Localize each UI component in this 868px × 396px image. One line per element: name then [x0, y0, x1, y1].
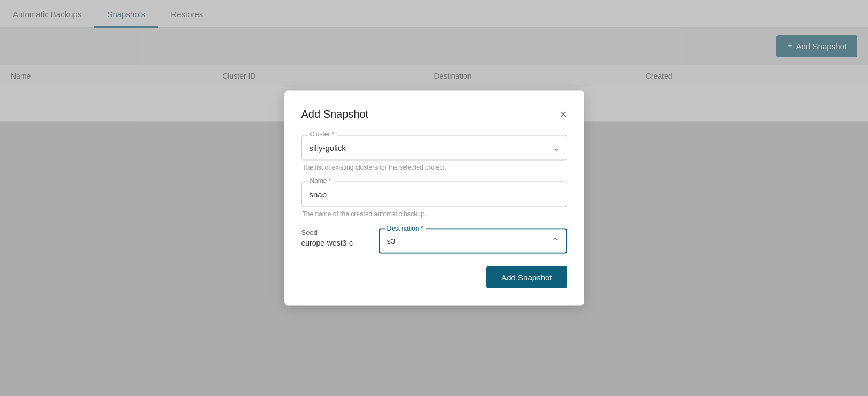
destination-select[interactable]: s3 [380, 230, 566, 253]
name-input[interactable] [301, 182, 567, 207]
submit-add-snapshot-button[interactable]: Add Snapshot [486, 266, 567, 288]
modal-close-button[interactable]: × [560, 108, 567, 120]
seed-label: Seed [301, 229, 366, 237]
cluster-label: Cluster * [308, 131, 337, 138]
cluster-field-group: Cluster * silly-golick ⌄ The list of exi… [301, 135, 567, 171]
cluster-select-wrapper: silly-golick ⌄ [301, 135, 567, 161]
cluster-hint: The list of existing clusters for the se… [301, 164, 567, 171]
modal-title: Add Snapshot [301, 108, 369, 120]
destination-select-wrapper: Destination * s3 ⌃ [379, 229, 567, 254]
seed-value: europe-west3-c [301, 239, 366, 247]
destination-section: Destination * s3 ⌃ [379, 229, 567, 254]
modal-footer: Add Snapshot [301, 266, 567, 288]
name-hint: The name of the created automatic backup… [301, 210, 567, 218]
name-field-group: Name * The name of the created automatic… [301, 182, 567, 218]
cluster-select[interactable]: silly-golick [301, 135, 567, 161]
destination-label: Destination * [385, 225, 426, 232]
add-snapshot-modal: Add Snapshot × Cluster * silly-golick ⌄ … [284, 91, 584, 306]
name-label: Name * [308, 177, 334, 185]
seed-destination-row: Seed europe-west3-c Destination * s3 ⌃ [301, 229, 567, 254]
modal-header: Add Snapshot × [301, 108, 567, 120]
seed-section: Seed europe-west3-c [301, 229, 366, 247]
